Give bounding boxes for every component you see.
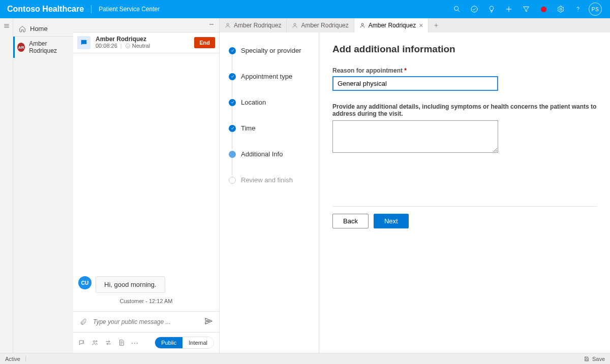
nav-panel: Home AR Amber Rodriquez bbox=[13, 18, 73, 353]
visibility-public[interactable]: Public bbox=[155, 337, 182, 348]
person-icon bbox=[225, 22, 231, 28]
user-avatar[interactable]: PS bbox=[588, 2, 603, 17]
chat-timer: 00:08:26 bbox=[96, 43, 117, 49]
tab-record-1[interactable]: Amber Rodriquez bbox=[220, 18, 287, 32]
more-actions-icon[interactable]: ··· bbox=[131, 339, 139, 347]
reason-label: Reason for appointment * bbox=[332, 67, 597, 74]
send-icon[interactable] bbox=[204, 317, 213, 327]
menu-toggle-icon[interactable] bbox=[3, 22, 10, 31]
help-icon[interactable] bbox=[570, 2, 586, 17]
next-button[interactable]: Next bbox=[374, 214, 409, 228]
left-rail bbox=[0, 18, 13, 353]
tab-record-3[interactable]: Amber Rodriquez × bbox=[354, 18, 429, 32]
form-panel: Add additional information Reason for ap… bbox=[319, 32, 610, 353]
step-done-icon bbox=[229, 73, 236, 80]
minimize-icon[interactable] bbox=[208, 21, 215, 29]
neutral-face-icon bbox=[125, 43, 131, 49]
nav-home-label: Home bbox=[30, 25, 48, 32]
details-textarea[interactable] bbox=[332, 120, 498, 153]
tab-label: Amber Rodriquez bbox=[234, 22, 281, 29]
app-title: Contoso Healthcare bbox=[7, 5, 84, 14]
message-bubble: Hi, good morning. bbox=[96, 276, 165, 293]
step-review[interactable]: Review and finish bbox=[229, 172, 314, 188]
presence-indicator[interactable] bbox=[536, 2, 551, 17]
end-chat-button[interactable]: End bbox=[194, 37, 215, 48]
svg-rect-25 bbox=[586, 359, 588, 360]
close-icon[interactable]: × bbox=[419, 22, 423, 29]
svg-point-5 bbox=[560, 8, 562, 10]
attachment-icon[interactable] bbox=[79, 318, 87, 326]
chat-input-row bbox=[73, 311, 219, 332]
consult-icon[interactable] bbox=[92, 339, 99, 346]
nav-session-name: Amber Rodriquez bbox=[29, 40, 69, 54]
svg-point-11 bbox=[126, 44, 130, 48]
divider bbox=[91, 5, 92, 13]
svg-point-16 bbox=[96, 341, 97, 342]
chat-messages: CU Hi, good morning. Customer - 12:12 AM bbox=[73, 53, 219, 311]
task-icon[interactable] bbox=[467, 2, 482, 17]
home-icon bbox=[19, 25, 26, 32]
nav-home[interactable]: Home bbox=[13, 21, 73, 37]
tab-label: Amber Rodriquez bbox=[301, 22, 348, 29]
svg-point-20 bbox=[227, 23, 229, 25]
search-icon[interactable] bbox=[449, 2, 465, 17]
form-heading: Add additional information bbox=[332, 44, 597, 55]
visibility-toggle[interactable]: Public Internal bbox=[155, 337, 214, 349]
notes-icon[interactable] bbox=[118, 339, 125, 346]
reason-input[interactable] bbox=[332, 76, 498, 91]
step-done-icon bbox=[229, 99, 236, 106]
chat-header: Amber Rodriquez 00:08:26 | Neutral End bbox=[73, 32, 219, 53]
quick-reply-icon[interactable] bbox=[78, 339, 85, 346]
chat-panel: Amber Rodriquez 00:08:26 | Neutral End C… bbox=[73, 18, 220, 353]
form-button-bar: Back Next bbox=[332, 206, 597, 228]
chat-message-input[interactable] bbox=[92, 318, 199, 326]
step-done-icon bbox=[229, 47, 236, 54]
step-location[interactable]: Location bbox=[229, 94, 314, 120]
person-icon bbox=[359, 22, 365, 28]
app-header: Contoso Healthcare Patient Service Cente… bbox=[0, 0, 610, 18]
svg-point-2 bbox=[471, 6, 477, 12]
step-specialty[interactable]: Specialty or provider bbox=[229, 43, 314, 69]
step-time[interactable]: Time bbox=[229, 120, 314, 146]
step-additional-info[interactable]: Additional Info bbox=[229, 146, 314, 172]
content-area: Amber Rodriquez Amber Rodriquez Amber Ro… bbox=[220, 18, 610, 353]
tab-strip: Amber Rodriquez Amber Rodriquez Amber Ro… bbox=[220, 18, 610, 32]
message-row: CU Hi, good morning. bbox=[78, 276, 214, 293]
step-done-icon bbox=[229, 125, 236, 132]
wizard-stepper: Specialty or provider Appointment type L… bbox=[220, 32, 319, 353]
svg-point-21 bbox=[294, 23, 296, 25]
chat-customer-name: Amber Rodriquez bbox=[96, 36, 189, 43]
message-meta: Customer - 12:12 AM bbox=[78, 295, 214, 309]
new-tab-button[interactable] bbox=[429, 18, 444, 32]
person-icon bbox=[292, 22, 298, 28]
app-subtitle: Patient Service Center bbox=[99, 6, 160, 13]
back-button[interactable]: Back bbox=[332, 214, 369, 228]
step-current-icon bbox=[229, 151, 236, 158]
lightbulb-icon[interactable] bbox=[484, 2, 499, 17]
nav-active-session[interactable]: AR Amber Rodriquez bbox=[13, 37, 73, 58]
svg-point-22 bbox=[361, 23, 363, 25]
status-bar: Active Save bbox=[0, 353, 610, 364]
chat-footer: ··· Public Internal bbox=[73, 332, 219, 353]
step-pending-icon bbox=[229, 177, 236, 184]
status-active: Active bbox=[5, 356, 20, 362]
add-icon[interactable] bbox=[501, 2, 516, 17]
svg-point-0 bbox=[454, 7, 459, 11]
details-label: Provide any additional details, includin… bbox=[332, 103, 597, 117]
visibility-internal[interactable]: Internal bbox=[182, 337, 214, 348]
chat-channel-icon bbox=[77, 36, 90, 49]
save-icon bbox=[584, 356, 590, 362]
tab-record-2[interactable]: Amber Rodriquez bbox=[287, 18, 354, 32]
save-button[interactable]: Save bbox=[584, 356, 605, 362]
settings-icon[interactable] bbox=[553, 2, 568, 17]
message-avatar: CU bbox=[78, 276, 92, 289]
transfer-icon[interactable] bbox=[105, 339, 112, 346]
filter-icon[interactable] bbox=[518, 2, 534, 17]
sentiment-chip: Neutral bbox=[125, 43, 150, 49]
svg-point-15 bbox=[94, 341, 96, 343]
svg-point-6 bbox=[577, 11, 578, 11]
avatar: AR bbox=[17, 43, 25, 52]
tab-label: Amber Rodriquez bbox=[369, 22, 416, 29]
svg-line-1 bbox=[458, 10, 460, 12]
step-appointment-type[interactable]: Appointment type bbox=[229, 69, 314, 94]
